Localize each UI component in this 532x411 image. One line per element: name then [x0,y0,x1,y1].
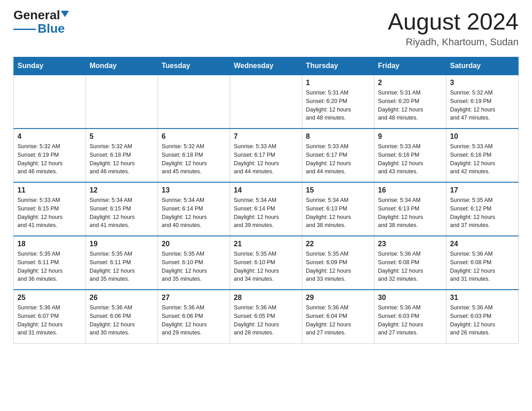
day-info-text: Sunrise: 5:33 AM Sunset: 6:16 PM Dayligh… [378,142,442,176]
day-info-text: Sunrise: 5:33 AM Sunset: 6:17 PM Dayligh… [306,142,370,176]
day-number: 19 [90,240,154,248]
calendar-day-cell: 13Sunrise: 5:34 AM Sunset: 6:14 PM Dayli… [158,182,230,236]
calendar-day-cell: 4Sunrise: 5:32 AM Sunset: 6:19 PM Daylig… [14,128,86,182]
calendar-day-cell: 6Sunrise: 5:32 AM Sunset: 6:18 PM Daylig… [158,128,230,182]
calendar-day-cell: 11Sunrise: 5:33 AM Sunset: 6:15 PM Dayli… [14,182,86,236]
calendar-day-cell: 12Sunrise: 5:34 AM Sunset: 6:15 PM Dayli… [86,182,158,236]
day-number: 2 [378,79,442,87]
day-info-text: Sunrise: 5:35 AM Sunset: 6:10 PM Dayligh… [234,250,298,283]
calendar-day-cell: 31Sunrise: 5:36 AM Sunset: 6:03 PM Dayli… [446,290,519,343]
day-number: 14 [234,186,298,194]
logo-line-left [13,29,36,30]
day-info-text: Sunrise: 5:36 AM Sunset: 6:06 PM Dayligh… [90,304,154,337]
day-number: 8 [306,133,370,141]
day-info-text: Sunrise: 5:36 AM Sunset: 6:06 PM Dayligh… [162,304,226,337]
day-of-week-header: Sunday [14,57,86,75]
day-number: 9 [378,133,442,141]
calendar-day-cell: 25Sunrise: 5:36 AM Sunset: 6:07 PM Dayli… [14,290,86,343]
day-number: 11 [17,186,82,194]
day-info-text: Sunrise: 5:36 AM Sunset: 6:04 PM Dayligh… [306,304,370,337]
day-number: 1 [306,79,370,87]
day-info-text: Sunrise: 5:36 AM Sunset: 6:03 PM Dayligh… [450,304,515,337]
day-number: 31 [450,294,515,302]
day-info-text: Sunrise: 5:34 AM Sunset: 6:14 PM Dayligh… [234,196,298,230]
day-number: 17 [450,186,515,194]
day-of-week-header: Tuesday [158,57,230,75]
day-number: 22 [306,240,370,248]
calendar-day-cell: 8Sunrise: 5:33 AM Sunset: 6:17 PM Daylig… [302,128,374,182]
calendar-day-cell [230,75,302,128]
calendar-day-cell: 18Sunrise: 5:35 AM Sunset: 6:11 PM Dayli… [14,236,86,290]
day-info-text: Sunrise: 5:36 AM Sunset: 6:03 PM Dayligh… [378,304,442,337]
calendar-week-row: 25Sunrise: 5:36 AM Sunset: 6:07 PM Dayli… [14,290,519,343]
day-info-text: Sunrise: 5:36 AM Sunset: 6:08 PM Dayligh… [378,250,442,283]
day-number: 5 [90,133,154,141]
day-info-text: Sunrise: 5:35 AM Sunset: 6:11 PM Dayligh… [17,250,82,283]
calendar-day-cell: 20Sunrise: 5:35 AM Sunset: 6:10 PM Dayli… [158,236,230,290]
day-number: 21 [234,240,298,248]
page-header: General Blue August 2024 Riyadh, Khartou… [13,9,519,48]
day-number: 27 [162,294,226,302]
day-of-week-header: Wednesday [230,57,302,75]
calendar-day-cell: 15Sunrise: 5:34 AM Sunset: 6:13 PM Dayli… [302,182,374,236]
day-number: 20 [162,240,226,248]
day-info-text: Sunrise: 5:35 AM Sunset: 6:09 PM Dayligh… [306,250,370,283]
calendar-day-cell [158,75,230,128]
day-number: 30 [378,294,442,302]
calendar-day-cell: 28Sunrise: 5:36 AM Sunset: 6:05 PM Dayli… [230,290,302,343]
day-info-text: Sunrise: 5:33 AM Sunset: 6:15 PM Dayligh… [17,196,82,230]
calendar-day-cell: 21Sunrise: 5:35 AM Sunset: 6:10 PM Dayli… [230,236,302,290]
title-block: August 2024 Riyadh, Khartoum, Sudan [388,9,519,48]
day-number: 29 [306,294,370,302]
calendar-week-row: 11Sunrise: 5:33 AM Sunset: 6:15 PM Dayli… [14,182,519,236]
day-info-text: Sunrise: 5:31 AM Sunset: 6:20 PM Dayligh… [306,89,370,122]
day-number: 25 [17,294,82,302]
calendar-table: SundayMondayTuesdayWednesdayThursdayFrid… [13,57,519,344]
day-info-text: Sunrise: 5:32 AM Sunset: 6:18 PM Dayligh… [90,142,154,176]
calendar-day-cell: 3Sunrise: 5:32 AM Sunset: 6:19 PM Daylig… [446,75,519,128]
day-of-week-header: Thursday [302,57,374,75]
day-info-text: Sunrise: 5:34 AM Sunset: 6:14 PM Dayligh… [162,196,226,230]
day-number: 18 [17,240,82,248]
logo-blue-text: Blue [38,22,65,35]
calendar-day-cell: 26Sunrise: 5:36 AM Sunset: 6:06 PM Dayli… [86,290,158,343]
day-info-text: Sunrise: 5:36 AM Sunset: 6:05 PM Dayligh… [234,304,298,337]
day-number: 26 [90,294,154,302]
day-info-text: Sunrise: 5:36 AM Sunset: 6:08 PM Dayligh… [450,250,515,283]
logo: General Blue [13,9,69,35]
month-title: August 2024 [388,9,519,34]
day-info-text: Sunrise: 5:32 AM Sunset: 6:18 PM Dayligh… [162,142,226,176]
calendar-day-cell: 30Sunrise: 5:36 AM Sunset: 6:03 PM Dayli… [374,290,446,343]
day-info-text: Sunrise: 5:31 AM Sunset: 6:20 PM Dayligh… [378,89,442,122]
calendar-day-cell: 9Sunrise: 5:33 AM Sunset: 6:16 PM Daylig… [374,128,446,182]
calendar-day-cell: 19Sunrise: 5:35 AM Sunset: 6:11 PM Dayli… [86,236,158,290]
logo-general-text: General [13,9,60,21]
day-info-text: Sunrise: 5:35 AM Sunset: 6:11 PM Dayligh… [90,250,154,283]
calendar-day-cell: 2Sunrise: 5:31 AM Sunset: 6:20 PM Daylig… [374,75,446,128]
day-info-text: Sunrise: 5:34 AM Sunset: 6:13 PM Dayligh… [378,196,442,230]
day-info-text: Sunrise: 5:32 AM Sunset: 6:19 PM Dayligh… [17,142,82,176]
calendar-day-cell: 1Sunrise: 5:31 AM Sunset: 6:20 PM Daylig… [302,75,374,128]
calendar-week-row: 1Sunrise: 5:31 AM Sunset: 6:20 PM Daylig… [14,75,519,128]
calendar-day-cell [86,75,158,128]
day-number: 16 [378,186,442,194]
day-number: 24 [450,240,515,248]
day-info-text: Sunrise: 5:35 AM Sunset: 6:12 PM Dayligh… [450,196,515,230]
day-info-text: Sunrise: 5:33 AM Sunset: 6:17 PM Dayligh… [234,142,298,176]
day-number: 7 [234,133,298,141]
day-number: 10 [450,133,515,141]
calendar-day-cell: 29Sunrise: 5:36 AM Sunset: 6:04 PM Dayli… [302,290,374,343]
calendar-day-cell: 16Sunrise: 5:34 AM Sunset: 6:13 PM Dayli… [374,182,446,236]
day-info-text: Sunrise: 5:34 AM Sunset: 6:15 PM Dayligh… [90,196,154,230]
day-number: 15 [306,186,370,194]
day-number: 3 [450,79,515,87]
calendar-week-row: 18Sunrise: 5:35 AM Sunset: 6:11 PM Dayli… [14,236,519,290]
day-number: 23 [378,240,442,248]
calendar-day-cell: 14Sunrise: 5:34 AM Sunset: 6:14 PM Dayli… [230,182,302,236]
day-number: 4 [17,133,82,141]
calendar-day-cell: 23Sunrise: 5:36 AM Sunset: 6:08 PM Dayli… [374,236,446,290]
day-info-text: Sunrise: 5:33 AM Sunset: 6:16 PM Dayligh… [450,142,515,176]
day-info-text: Sunrise: 5:36 AM Sunset: 6:07 PM Dayligh… [17,304,82,337]
calendar-week-row: 4Sunrise: 5:32 AM Sunset: 6:19 PM Daylig… [14,128,519,182]
calendar-day-cell: 27Sunrise: 5:36 AM Sunset: 6:06 PM Dayli… [158,290,230,343]
